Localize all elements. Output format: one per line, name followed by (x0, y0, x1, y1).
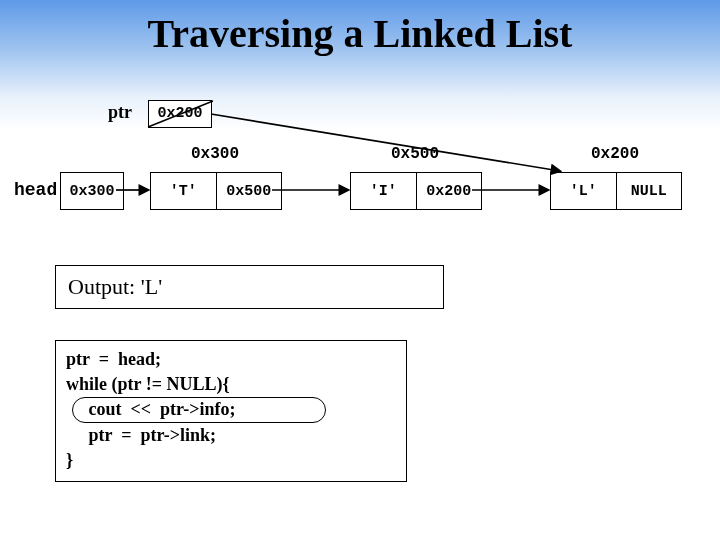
code-line: cout << ptr->info; (66, 399, 236, 419)
list-node: 'I' 0x200 (350, 172, 482, 210)
node-info: 'T' (151, 173, 217, 209)
node-info: 'L' (551, 173, 617, 209)
head-label: head (14, 180, 57, 200)
node-link: 0x200 (417, 173, 482, 209)
output-value: 'L' (141, 274, 162, 300)
node-info: 'I' (351, 173, 417, 209)
head-value-box: 0x300 (60, 172, 124, 210)
output-label: Output: (68, 274, 135, 300)
node-address: 0x300 (150, 145, 280, 163)
list-node: 'L' NULL (550, 172, 682, 210)
code-line: ptr = ptr->link; (66, 425, 216, 445)
code-line: ptr = head; (66, 349, 161, 369)
page-title: Traversing a Linked List (0, 10, 720, 57)
ptr-value-box: 0x200 (148, 100, 212, 128)
code-line: while (ptr != NULL){ (66, 374, 230, 394)
ptr-label: ptr (108, 102, 132, 123)
output-box: Output: 'L' (55, 265, 444, 309)
code-line: } (66, 450, 73, 470)
node-address: 0x200 (550, 145, 680, 163)
code-box: ptr = head; while (ptr != NULL){ cout <<… (55, 340, 407, 482)
node-link: 0x500 (217, 173, 282, 209)
node-link: NULL (617, 173, 682, 209)
node-address: 0x500 (350, 145, 480, 163)
list-node: 'T' 0x500 (150, 172, 282, 210)
